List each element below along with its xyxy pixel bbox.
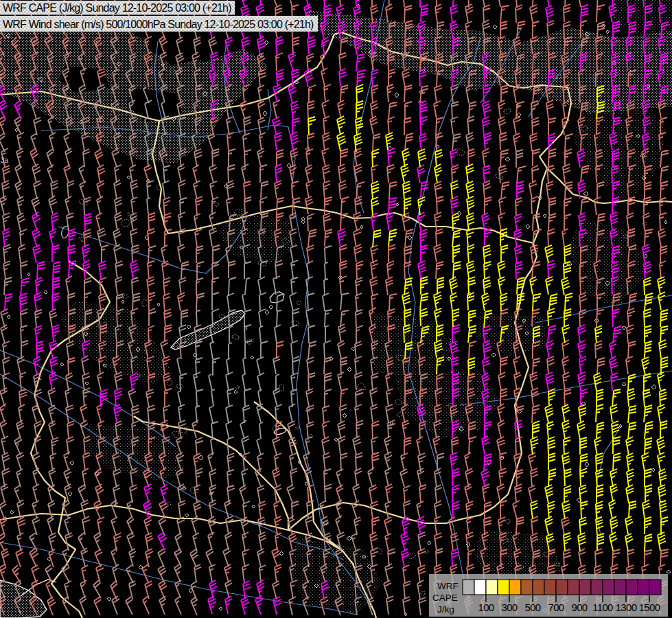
- svg-text:J/kg: J/kg: [437, 604, 454, 615]
- svg-text:1100: 1100: [592, 602, 613, 613]
- svg-text:500: 500: [525, 602, 541, 613]
- svg-text:WRF: WRF: [437, 581, 459, 591]
- svg-text:700: 700: [548, 602, 564, 613]
- svg-text:300: 300: [502, 602, 518, 613]
- svg-text:WRF Wind shear (m/s) 500/1000h: WRF Wind shear (m/s) 500/1000hPa Sunday …: [3, 19, 314, 30]
- svg-text:WRF CAPE (J/kg) Sunday 12-10-2: WRF CAPE (J/kg) Sunday 12-10-2025 03:00 …: [3, 2, 231, 14]
- svg-text:900: 900: [572, 602, 588, 613]
- svg-text:CAPE: CAPE: [432, 593, 458, 603]
- svg-text:1500: 1500: [639, 602, 660, 613]
- svg-text:3a: 3a: [1, 157, 9, 164]
- svg-text:100: 100: [478, 602, 494, 613]
- svg-text:1300: 1300: [616, 602, 637, 613]
